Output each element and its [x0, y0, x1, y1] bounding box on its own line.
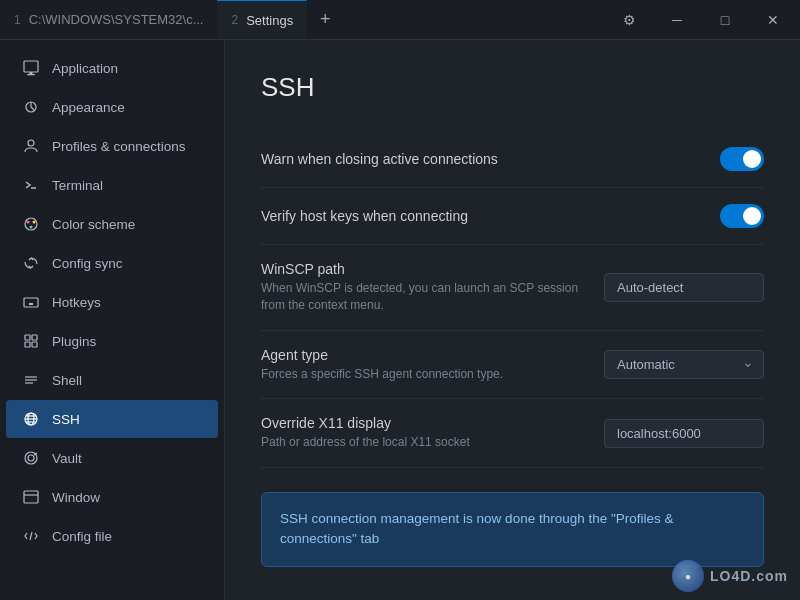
maximize-icon: □	[721, 12, 729, 28]
settings-container: Warn when closing active connectionsVeri…	[261, 131, 764, 567]
sidebar-item-profiles[interactable]: Profiles & connections	[6, 127, 218, 165]
setting-left-verify-host-keys: Verify host keys when connecting	[261, 208, 720, 224]
svg-point-4	[28, 140, 34, 146]
svg-point-9	[30, 226, 33, 229]
setting-row-verify-host-keys: Verify host keys when connecting	[261, 188, 764, 245]
appearance-icon	[22, 98, 40, 116]
setting-label-verify-host-keys: Verify host keys when connecting	[261, 208, 720, 224]
sidebar-item-label-plugins: Plugins	[52, 334, 96, 349]
settings-icon: ⚙	[623, 12, 636, 28]
setting-control-agent-type: AutomaticPageantOpenSSH	[604, 350, 764, 379]
setting-row-winscp-path: WinSCP pathWhen WinSCP is detected, you …	[261, 245, 764, 331]
setting-control-warn-closing	[720, 147, 764, 171]
toggle-verify-host-keys[interactable]	[720, 204, 764, 228]
sidebar-item-label-vault: Vault	[52, 451, 82, 466]
sidebar-item-label-terminal: Terminal	[52, 178, 103, 193]
plugins-icon	[22, 332, 40, 350]
sidebar-item-label-shell: Shell	[52, 373, 82, 388]
sidebar-item-color-scheme[interactable]: Color scheme	[6, 205, 218, 243]
svg-rect-0	[24, 61, 38, 72]
input-winscp-path[interactable]	[604, 273, 764, 302]
svg-point-29	[25, 452, 37, 464]
setting-label-warn-closing: Warn when closing active connections	[261, 151, 720, 167]
setting-desc-winscp-path: When WinSCP is detected, you can launch …	[261, 280, 601, 314]
select-wrapper-agent-type: AutomaticPageantOpenSSH	[604, 350, 764, 379]
sidebar-item-plugins[interactable]: Plugins	[6, 322, 218, 360]
setting-row-warn-closing: Warn when closing active connections	[261, 131, 764, 188]
sidebar-item-application[interactable]: Application	[6, 49, 218, 87]
sidebar-item-label-profiles: Profiles & connections	[52, 139, 186, 154]
select-agent-type[interactable]: AutomaticPageantOpenSSH	[604, 350, 764, 379]
setting-row-x11-display: Override X11 displayPath or address of t…	[261, 399, 764, 468]
svg-line-32	[30, 532, 32, 540]
setting-control-winscp-path	[604, 273, 764, 302]
setting-control-x11-display	[604, 419, 764, 448]
svg-rect-17	[25, 342, 30, 347]
toggle-warn-closing[interactable]	[720, 147, 764, 171]
settings-button[interactable]: ⚙	[606, 0, 652, 40]
svg-rect-1	[27, 74, 35, 75]
maximize-button[interactable]: □	[702, 0, 748, 40]
input-x11-display[interactable]	[604, 419, 764, 448]
terminal-icon	[22, 176, 40, 194]
window-icon	[22, 488, 40, 506]
svg-rect-30	[24, 491, 38, 503]
hotkeys-icon	[22, 293, 40, 311]
content-area: SSH Warn when closing active connections…	[225, 40, 800, 600]
sidebar-item-appearance[interactable]: Appearance	[6, 88, 218, 126]
sidebar-item-window[interactable]: Window	[6, 478, 218, 516]
minimize-button[interactable]: ─	[654, 0, 700, 40]
config-file-icon	[22, 527, 40, 545]
sidebar-item-vault[interactable]: Vault	[6, 439, 218, 477]
svg-rect-18	[32, 342, 37, 347]
setting-desc-agent-type: Forces a specific SSH agent connection t…	[261, 366, 601, 383]
new-tab-icon: +	[320, 9, 331, 30]
sidebar-item-label-application: Application	[52, 61, 118, 76]
setting-row-agent-type: Agent typeForces a specific SSH agent co…	[261, 331, 764, 400]
setting-left-agent-type: Agent typeForces a specific SSH agent co…	[261, 347, 604, 383]
watermark: ● LO4D.com	[672, 560, 788, 592]
svg-point-8	[33, 221, 36, 224]
watermark-text: LO4D.com	[710, 568, 788, 584]
application-icon	[22, 59, 40, 77]
titlebar: 1 C:\WINDOWS\SYSTEM32\c... 2 Settings + …	[0, 0, 800, 40]
tab-settings[interactable]: 2 Settings	[217, 0, 307, 39]
main-layout: ApplicationAppearanceProfiles & connecti…	[0, 40, 800, 600]
setting-left-winscp-path: WinSCP pathWhen WinSCP is detected, you …	[261, 261, 604, 314]
info-box: SSH connection management is now done th…	[261, 492, 764, 567]
setting-left-x11-display: Override X11 displayPath or address of t…	[261, 415, 604, 451]
svg-rect-16	[32, 335, 37, 340]
close-button[interactable]: ✕	[750, 0, 796, 40]
sidebar-item-config-file[interactable]: Config file	[6, 517, 218, 555]
config-sync-icon	[22, 254, 40, 272]
sidebar-item-label-config-sync: Config sync	[52, 256, 123, 271]
color-scheme-icon	[22, 215, 40, 233]
sidebar-item-shell[interactable]: Shell	[6, 361, 218, 399]
titlebar-controls: ⚙ ─ □ ✕	[606, 0, 800, 40]
sidebar-item-hotkeys[interactable]: Hotkeys	[6, 283, 218, 321]
setting-label-x11-display: Override X11 display	[261, 415, 604, 431]
vault-icon	[22, 449, 40, 467]
minimize-icon: ─	[672, 12, 682, 28]
profiles-icon	[22, 137, 40, 155]
sidebar: ApplicationAppearanceProfiles & connecti…	[0, 40, 225, 600]
sidebar-item-terminal[interactable]: Terminal	[6, 166, 218, 204]
sidebar-item-label-appearance: Appearance	[52, 100, 125, 115]
tab1-label: C:\WINDOWS\SYSTEM32\c...	[29, 12, 204, 27]
setting-desc-x11-display: Path or address of the local X11 socket	[261, 434, 601, 451]
tab1-num: 1	[14, 13, 21, 27]
setting-left-warn-closing: Warn when closing active connections	[261, 151, 720, 167]
watermark-logo: ●	[672, 560, 704, 592]
sidebar-item-label-color-scheme: Color scheme	[52, 217, 135, 232]
sidebar-item-ssh[interactable]: SSH	[6, 400, 218, 438]
sidebar-item-label-config-file: Config file	[52, 529, 112, 544]
close-icon: ✕	[767, 12, 779, 28]
setting-label-agent-type: Agent type	[261, 347, 604, 363]
sidebar-item-label-hotkeys: Hotkeys	[52, 295, 101, 310]
sidebar-item-config-sync[interactable]: Config sync	[6, 244, 218, 282]
svg-rect-2	[30, 72, 33, 74]
new-tab-button[interactable]: +	[307, 0, 343, 40]
setting-label-winscp-path: WinSCP path	[261, 261, 604, 277]
tab2-label: Settings	[246, 13, 293, 28]
tab-terminal[interactable]: 1 C:\WINDOWS\SYSTEM32\c...	[0, 0, 217, 39]
